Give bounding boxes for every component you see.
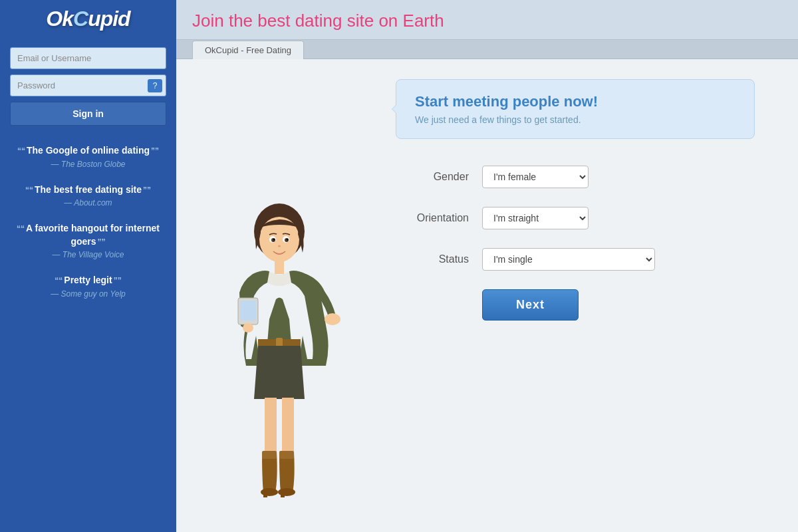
quote-item-3: A favorite hangout for internet goers Th… [10, 222, 166, 259]
quote-source-2: About.com [10, 198, 166, 207]
orientation-row: Orientation I'm straight I'm gay I'm bis… [396, 207, 758, 229]
quote-item-4: Pretty legit Some guy on Yelp [10, 274, 166, 299]
quote-item-1: The Google of online dating The Boston G… [10, 144, 166, 169]
bubble-title: Start meeting people now! [415, 93, 735, 110]
svg-rect-9 [275, 261, 284, 274]
page-headline: Join the best dating site on Earth [192, 11, 782, 31]
quote-source-3: The Village Voice [10, 250, 166, 259]
quote-text-2: The best free dating site [10, 184, 166, 197]
svg-point-19 [261, 488, 278, 496]
svg-rect-13 [240, 301, 256, 321]
gender-select[interactable]: I'm female I'm male [482, 166, 589, 188]
password-wrap: ? [10, 74, 166, 96]
speech-bubble: Start meeting people now! We just need a… [396, 79, 755, 139]
status-row: Status I'm single I'm seeing someone I'm… [396, 248, 758, 271]
quote-text-4: Pretty legit [10, 274, 166, 287]
svg-point-14 [243, 323, 253, 332]
quote-item-2: The best free dating site About.com [10, 184, 166, 208]
login-area: ? Sign in [0, 41, 176, 132]
browser-tab-bar: OkCupid - Free Dating [176, 40, 798, 59]
svg-point-11 [325, 313, 340, 325]
quote-text-3: A favorite hangout for internet goers [10, 222, 166, 248]
svg-rect-22 [281, 489, 285, 497]
form-area: Start meeting people now! We just need a… [382, 59, 798, 532]
svg-rect-21 [263, 489, 267, 497]
quotes-area: The Google of online dating The Boston G… [0, 132, 176, 325]
status-label: Status [396, 253, 482, 265]
svg-point-8 [278, 245, 281, 247]
logo-area: OkCupid [0, 0, 176, 41]
orientation-select[interactable]: I'm straight I'm gay I'm bisexual [482, 207, 589, 229]
svg-point-20 [278, 488, 295, 496]
quote-source-1: The Boston Globe [10, 160, 166, 169]
top-header: Join the best dating site on Earth [176, 0, 798, 40]
quote-source-4: Some guy on Yelp [10, 289, 166, 299]
svg-rect-17 [262, 451, 277, 459]
gender-label: Gender [396, 171, 482, 183]
orientation-label: Orientation [396, 212, 482, 224]
logo: OkCupid [46, 7, 130, 31]
svg-point-6 [273, 239, 275, 241]
svg-rect-18 [279, 451, 294, 459]
gender-row: Gender I'm female I'm male [396, 166, 758, 188]
bubble-subtitle: We just need a few things to get started… [415, 114, 735, 125]
main-content: Join the best dating site on Earth OkCup… [176, 0, 798, 532]
status-select[interactable]: I'm single I'm seeing someone I'm marrie… [482, 248, 655, 271]
svg-rect-16 [282, 398, 294, 458]
sidebar: OkCupid ? Sign in The Google of online d… [0, 0, 176, 532]
character-area [176, 59, 382, 532]
svg-rect-15 [265, 398, 277, 458]
next-button-row: Next [396, 289, 758, 321]
svg-rect-10 [276, 338, 283, 347]
email-input[interactable] [10, 47, 166, 69]
signin-button[interactable]: Sign in [10, 102, 166, 126]
content-area: Start meeting people now! We just need a… [176, 59, 798, 532]
character-illustration [206, 186, 352, 532]
next-button[interactable]: Next [482, 289, 579, 321]
svg-point-7 [287, 239, 289, 241]
browser-tab[interactable]: OkCupid - Free Dating [192, 41, 304, 59]
quote-text-1: The Google of online dating [10, 144, 166, 158]
password-input[interactable] [10, 74, 166, 96]
password-help-icon[interactable]: ? [148, 79, 162, 92]
